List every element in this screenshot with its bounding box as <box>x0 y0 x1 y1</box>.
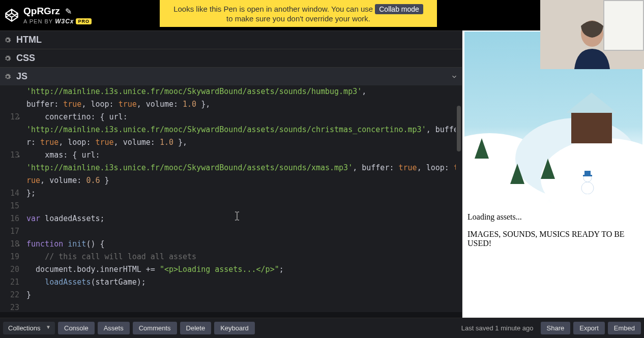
line-gutter: 12▾ 13▾ 14 15 16 17 18▾ 19 20 21 22 23 <box>0 85 23 312</box>
delete-button[interactable]: Delete <box>180 322 212 334</box>
author-link[interactable]: W3Cx <box>55 18 74 25</box>
export-button[interactable]: Export <box>573 322 605 334</box>
pro-badge: PRO <box>76 18 92 24</box>
footer-bar: Collections ▼ Console Assets Comments De… <box>0 318 644 338</box>
webcam-overlay <box>540 0 644 69</box>
collections-select[interactable]: Collections <box>3 322 55 334</box>
output-line-1: Loading assets... <box>467 212 639 222</box>
js-panel-title: JS <box>16 71 27 82</box>
embed-button[interactable]: Embed <box>608 322 641 334</box>
gear-icon[interactable] <box>4 37 11 44</box>
svg-rect-4 <box>583 175 592 176</box>
js-editor[interactable]: 12▾ 13▾ 14 15 16 17 18▾ 19 20 21 22 23 '… <box>0 85 462 312</box>
codepen-logo <box>5 9 18 22</box>
chevron-down-icon[interactable] <box>451 73 458 80</box>
snowman-icon <box>578 169 597 194</box>
presenter-silhouette <box>564 13 620 69</box>
html-panel-header[interactable]: HTML <box>0 30 462 49</box>
output-pane: Loading assets... IMAGES, SOUNDS, MUSICS… <box>462 30 644 318</box>
code-area[interactable]: 'http://mainline.i3s.unice.fr/mooc/Skywa… <box>23 85 462 312</box>
output-line-2: IMAGES, SOUNDS, MUSICS READY TO BE USED! <box>467 230 639 248</box>
comments-button[interactable]: Comments <box>133 322 177 334</box>
pen-title[interactable]: QpRGrz <box>23 6 60 16</box>
gear-icon[interactable] <box>4 73 11 80</box>
css-panel-title: CSS <box>16 53 35 64</box>
collab-mode-button[interactable]: Collab mode <box>375 4 423 14</box>
css-panel-header[interactable]: CSS <box>0 49 462 67</box>
console-button[interactable]: Console <box>58 322 95 334</box>
collab-notice: Looks like this Pen is open in another w… <box>160 0 437 27</box>
scrollbar-thumb[interactable] <box>457 106 461 151</box>
output-text: Loading assets... IMAGES, SOUNDS, MUSICS… <box>462 204 644 264</box>
vertical-scrollbar[interactable] <box>456 85 462 312</box>
js-panel-header[interactable]: JS <box>0 67 462 85</box>
svg-point-1 <box>581 182 594 194</box>
text-cursor-icon <box>234 211 240 221</box>
keyboard-button[interactable]: Keyboard <box>214 322 255 334</box>
last-saved-text: Last saved 1 minute ago <box>461 324 534 332</box>
share-button[interactable]: Share <box>541 322 571 334</box>
gear-icon[interactable] <box>4 55 11 62</box>
edit-title-icon[interactable]: ✎ <box>65 7 72 16</box>
assets-button[interactable]: Assets <box>98 322 130 334</box>
pen-title-block: QpRGrz ✎ A PEN BY W3Cx PRO <box>23 6 92 25</box>
notice-text-after: to make sure you don't override your wor… <box>226 14 370 23</box>
notice-text-before: Looks like this Pen is open in another w… <box>173 5 375 13</box>
pen-by-label: A PEN BY <box>23 18 53 24</box>
html-panel-title: HTML <box>16 35 42 45</box>
